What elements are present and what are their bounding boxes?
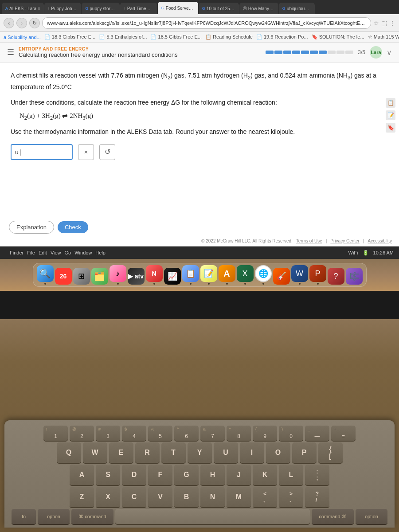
key-bracket-open[interactable]: {[ xyxy=(318,442,343,463)
key-colon[interactable]: :; xyxy=(305,465,329,485)
clear-button[interactable]: × xyxy=(78,144,94,160)
key-question[interactable]: ?/ xyxy=(305,487,329,507)
dock-item-stocks[interactable]: 📈 xyxy=(164,268,181,285)
key-5[interactable]: % 5 xyxy=(148,426,172,441)
key-2[interactable]: @ 2 xyxy=(70,426,94,441)
key-gt[interactable]: >. xyxy=(279,487,303,507)
key-9[interactable]: ( 9 xyxy=(253,426,277,441)
bookmark-math[interactable]: ☆ Math 115 W-S Fall... xyxy=(368,34,399,40)
bookmark-enthalpies[interactable]: 📄 5.3 Enthalpies of... xyxy=(99,34,147,40)
system-view[interactable]: View xyxy=(51,250,61,255)
dock-item-tv[interactable]: ▶ atv xyxy=(128,268,145,285)
system-go[interactable]: Go xyxy=(65,250,71,255)
bookmark-reduction[interactable]: 📄 19.6 Reduction Po... xyxy=(256,34,308,40)
undo-button[interactable]: ↺ xyxy=(99,144,115,160)
system-wifi[interactable]: WiFi xyxy=(348,250,358,255)
tab-google-puppy[interactable]: G puppy store ne× × xyxy=(82,3,120,14)
dock-item-garage[interactable]: 🎸 xyxy=(273,268,290,285)
refresh-button[interactable]: ↻ xyxy=(29,18,40,28)
key-e[interactable]: E xyxy=(109,442,133,463)
key-f[interactable]: F xyxy=(148,465,172,485)
key-b[interactable]: B xyxy=(174,487,199,507)
key-o[interactable]: O xyxy=(266,442,290,463)
answer-input-box[interactable]: u | xyxy=(11,144,73,160)
key-k[interactable]: K xyxy=(253,465,277,485)
key-7[interactable]: & 7 xyxy=(200,426,225,441)
system-file[interactable]: File xyxy=(27,250,35,255)
key-plus[interactable]: + = xyxy=(331,426,356,441)
key-w[interactable]: W xyxy=(83,442,107,463)
key-cmd-right[interactable]: command ⌘ xyxy=(312,509,354,524)
dock-item-news[interactable]: N xyxy=(146,265,163,285)
side-icon-2[interactable]: 📝 xyxy=(386,110,395,120)
system-finder[interactable]: Finder xyxy=(10,250,23,255)
key-4[interactable]: $ 4 xyxy=(122,426,146,441)
key-n[interactable]: N xyxy=(200,487,225,507)
accessibility-link[interactable]: Accessibility xyxy=(368,239,392,243)
tab-howmany[interactable]: ⓪ How Many Ho× × xyxy=(239,3,278,14)
bookmark-solution[interactable]: 🔖 SOLUTION: The le... xyxy=(312,34,364,40)
key-j[interactable]: J xyxy=(227,465,251,485)
tab-puppy[interactable]: ↑ Puppy Jobs, E× × xyxy=(44,3,82,14)
key-v[interactable]: V xyxy=(148,487,172,507)
dock-item-help[interactable]: ? xyxy=(328,268,344,285)
bookmark-solubility[interactable]: a Solubility and... xyxy=(4,35,41,40)
key-u[interactable]: U xyxy=(214,442,238,463)
privacy-link[interactable]: Privacy Center xyxy=(330,239,360,243)
key-fn[interactable]: fn xyxy=(12,509,36,524)
key-g[interactable]: G xyxy=(174,465,199,485)
side-icon-1[interactable]: 📋 xyxy=(386,98,395,108)
dock-item-audio[interactable]: 🎼 xyxy=(346,268,363,285)
bookmark-reading[interactable]: 📋 Reading Schedule xyxy=(205,34,253,40)
side-icon-3[interactable]: 🔖 xyxy=(386,123,395,133)
key-option-right[interactable]: option xyxy=(356,509,387,524)
key-z[interactable]: Z xyxy=(70,487,94,507)
tab-parttime[interactable]: ↑ Part Time Jobs × xyxy=(120,3,157,14)
key-m[interactable]: M xyxy=(227,487,251,507)
dock-item-finder[interactable]: 🔍 xyxy=(37,265,54,285)
key-s[interactable]: S xyxy=(96,465,120,485)
key-h[interactable]: H xyxy=(200,465,225,485)
terms-link[interactable]: Terms of Use xyxy=(296,239,322,243)
bookmark-gibbs1[interactable]: 📄 18.3 Gibbs Free E... xyxy=(44,34,96,40)
dock-item-powerpoint[interactable]: P xyxy=(309,265,326,285)
key-option-left[interactable]: option xyxy=(38,509,70,524)
key-lt[interactable]: <, xyxy=(253,487,277,507)
key-l[interactable]: L xyxy=(279,465,303,485)
system-help[interactable]: Help xyxy=(95,250,106,255)
key-1[interactable]: ! 1 xyxy=(43,426,68,441)
tab-10out[interactable]: G 10 out of 25 a× × xyxy=(199,3,239,14)
key-3[interactable]: # 3 xyxy=(96,426,120,441)
dock-item-calendar[interactable]: 26 xyxy=(55,268,72,285)
dock-item-word[interactable]: W xyxy=(291,265,308,285)
dock-item-files[interactable]: 🗂️ xyxy=(91,268,108,285)
system-edit[interactable]: Edit xyxy=(39,250,47,255)
collapse-arrow[interactable]: ∨ xyxy=(387,48,392,57)
dock-item-excel[interactable]: X xyxy=(237,265,254,285)
key-6[interactable]: ^ 6 xyxy=(174,426,199,441)
key-0[interactable]: ) 0 xyxy=(279,426,303,441)
key-dash[interactable]: _ — xyxy=(305,426,329,441)
dock-item-notes[interactable]: 📝 xyxy=(200,265,217,285)
dock-item-music[interactable]: ♪ xyxy=(110,265,126,285)
dock-item-chrome[interactable]: 🌐 xyxy=(255,265,272,285)
explanation-button[interactable]: Explanation xyxy=(9,221,54,234)
hamburger-menu[interactable]: ☰ xyxy=(7,47,14,57)
forward-button[interactable]: › xyxy=(16,18,27,28)
key-p[interactable]: P xyxy=(292,442,317,463)
key-t[interactable]: T xyxy=(161,442,186,463)
key-cmd-left[interactable]: ⌘ command xyxy=(71,509,113,524)
key-a[interactable]: A xyxy=(70,465,94,485)
back-button[interactable]: ‹ xyxy=(4,18,14,28)
tab-food[interactable]: G Food Server a× × xyxy=(158,2,198,14)
check-button[interactable]: Check xyxy=(58,221,88,233)
menu-icon[interactable]: ⋮ xyxy=(389,20,395,27)
dock-item-grid[interactable]: ⊞ xyxy=(73,268,90,285)
key-space[interactable] xyxy=(115,509,310,524)
key-c[interactable]: C xyxy=(122,487,146,507)
key-8[interactable]: * 8 xyxy=(227,426,251,441)
key-x[interactable]: X xyxy=(96,487,120,507)
extensions-icon[interactable]: ⬚ xyxy=(381,20,387,27)
key-y[interactable]: Y xyxy=(188,442,212,463)
dock-item-clipboard[interactable]: 📋 xyxy=(182,265,199,285)
